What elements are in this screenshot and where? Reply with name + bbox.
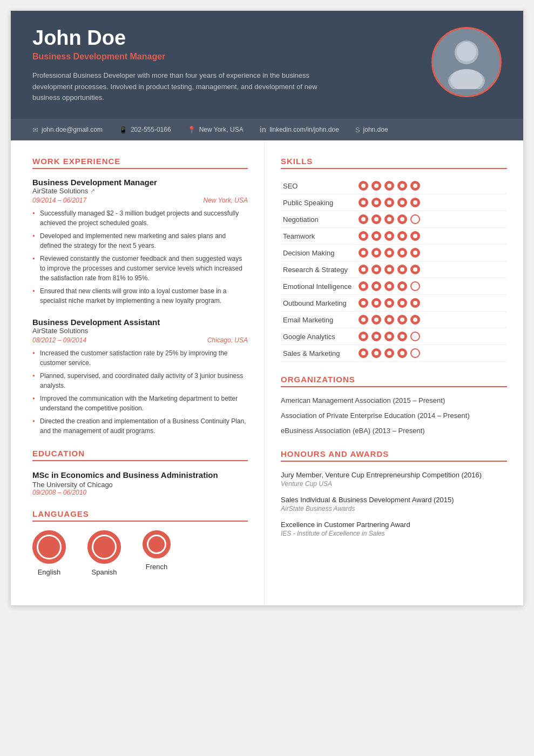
language-english: English: [32, 530, 66, 576]
org-item-2: eBusiness Association (eBA) (2013 – Pres…: [281, 426, 507, 436]
job-2-company: AirState Solutions: [32, 327, 248, 335]
organizations-title: ORGANIZATIONS: [281, 375, 507, 387]
skills-section: SKILLS SEOPublic SpeakingNegotiationTeam…: [281, 157, 507, 362]
dot-8-3: [397, 315, 407, 325]
award-title-0: Jury Member, Venture Cup Entrepreneurshi…: [281, 470, 507, 480]
dot-3-2: [384, 231, 394, 241]
skill-dots-8: [356, 312, 507, 328]
location-icon: 📍: [187, 126, 196, 134]
resume-container: John Doe Business Development Manager Pr…: [11, 11, 523, 605]
work-experience-title: WORK EXPERIENCE: [32, 157, 248, 169]
dot-3-3: [397, 231, 407, 241]
dot-10-4: [410, 348, 420, 358]
dot-1-2: [384, 198, 394, 207]
dot-5-3: [397, 265, 407, 274]
dot-10-1: [371, 348, 381, 358]
edu-1: MSc in Economics and Business Administra…: [32, 470, 248, 496]
dot-5-4: [410, 265, 420, 274]
skill-row-8: Email Marketing: [281, 312, 507, 328]
dot-4-1: [371, 248, 381, 258]
dot-7-2: [384, 298, 394, 308]
skill-dots-6: [356, 278, 507, 295]
french-label: French: [146, 563, 167, 571]
skill-name-0: SEO: [281, 178, 356, 194]
dot-2-3: [397, 214, 407, 224]
job-2-location: Chicago, USA: [207, 336, 248, 344]
contact-linkedin: in linkedin.com/in/john.doe: [260, 125, 339, 134]
skill-row-6: Emotional Intelligence: [281, 278, 507, 295]
skill-name-3: Teamwork: [281, 228, 356, 245]
honours-title: HONOURS AND AWARDS: [281, 449, 507, 462]
dot-2-2: [384, 214, 394, 224]
skill-name-1: Public Speaking: [281, 194, 356, 211]
skype-icon: S: [355, 126, 360, 134]
job-2-bullets: Increased the customer satisfaction rate…: [32, 348, 248, 436]
dot-10-0: [359, 348, 368, 358]
dot-9-4: [410, 332, 420, 341]
skill-name-8: Email Marketing: [281, 312, 356, 328]
dot-8-1: [371, 315, 381, 325]
dot-5-0: [359, 265, 368, 274]
dot-7-3: [397, 298, 407, 308]
skill-dots-1: [356, 194, 507, 211]
dot-3-1: [371, 231, 381, 241]
job-2-bullet-1: Increased the customer satisfaction rate…: [32, 348, 248, 368]
skills-title: SKILLS: [281, 157, 507, 169]
dot-7-1: [371, 298, 381, 308]
job-2-meta: 08/2012 – 09/2014 Chicago, USA: [32, 336, 248, 344]
job-1-title: Business Development Manager: [32, 178, 248, 187]
contact-location: 📍 New York, USA: [187, 126, 244, 134]
dot-0-0: [359, 181, 368, 191]
dot-3-4: [410, 231, 420, 241]
skill-row-5: Research & Strategy: [281, 261, 507, 278]
dot-7-4: [410, 298, 420, 308]
external-link-icon: ↗: [90, 187, 95, 194]
dot-6-0: [359, 281, 368, 291]
dot-0-2: [384, 181, 394, 191]
dot-1-3: [397, 198, 407, 207]
job-1-dates: 09/2014 – 06/2017: [32, 197, 86, 204]
dot-9-2: [384, 332, 394, 341]
job-2-bullet-4: Directed the creation and implementation…: [32, 416, 248, 436]
award-item-1: Sales Individual & Business Development …: [281, 495, 507, 512]
org-item-0: American Management Association (2015 – …: [281, 396, 507, 406]
job-2-bullet-2: Planned, supervised, and coordinated dai…: [32, 371, 248, 390]
right-column: SKILLS SEOPublic SpeakingNegotiationTeam…: [265, 140, 523, 605]
dot-2-0: [359, 214, 368, 224]
dot-9-0: [359, 332, 368, 341]
awards-list: Jury Member, Venture Cup Entrepreneurshi…: [281, 470, 507, 538]
dot-9-1: [371, 332, 381, 341]
skill-row-1: Public Speaking: [281, 194, 507, 211]
skill-row-0: SEO: [281, 178, 507, 194]
dot-4-0: [359, 248, 368, 258]
dot-8-2: [384, 315, 394, 325]
skill-dots-9: [356, 328, 507, 345]
candidate-photo: [431, 27, 502, 97]
award-source-0: Venture Cup USA: [281, 480, 507, 488]
skills-table: SEOPublic SpeakingNegotiationTeamworkDec…: [281, 178, 507, 362]
honours-section: HONOURS AND AWARDS Jury Member, Venture …: [281, 449, 507, 538]
dot-8-4: [410, 315, 420, 325]
job-2-bullet-3: Improved the communication with the Mark…: [32, 394, 248, 413]
dot-2-4: [410, 214, 420, 224]
candidate-summary: Professional Business Developer with mor…: [32, 70, 346, 104]
contact-phone: 📱 202-555-0166: [119, 126, 171, 134]
edu-1-date: 09/2008 – 06/2010: [32, 489, 248, 496]
skill-row-10: Sales & Marketing: [281, 345, 507, 362]
job-1-company: AirState Solutions ↗: [32, 187, 248, 195]
work-experience-section: WORK EXPERIENCE Business Development Man…: [32, 157, 248, 436]
dot-5-1: [371, 265, 381, 274]
languages-title: LANGUAGES: [32, 509, 248, 522]
dot-7-0: [359, 298, 368, 308]
dot-4-2: [384, 248, 394, 258]
skill-name-5: Research & Strategy: [281, 261, 356, 278]
contact-bar: ✉ john.doe@gmail.com 📱 202-555-0166 📍 Ne…: [11, 119, 523, 140]
phone-icon: 📱: [119, 126, 127, 134]
org-item-1: Association of Private Enterprise Educat…: [281, 411, 507, 421]
dot-1-1: [371, 198, 381, 207]
job-1-location: New York, USA: [204, 197, 248, 204]
skill-dots-10: [356, 345, 507, 362]
dot-2-1: [371, 214, 381, 224]
skill-name-7: Outbound Marketing: [281, 295, 356, 312]
english-label: English: [38, 568, 61, 576]
